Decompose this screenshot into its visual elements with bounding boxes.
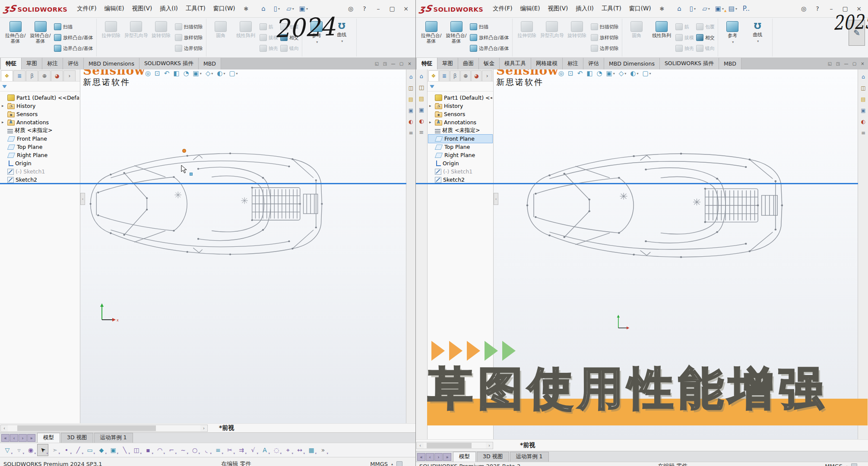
sweep-button[interactable]: 扫描 (469, 22, 510, 32)
tree-item[interactable]: Part1 (Default) <<Default>_ (428, 94, 492, 102)
tree-item[interactable]: Front Plane (1, 135, 79, 143)
commandmanager-tab[interactable]: 曲面 (458, 58, 479, 69)
tree-item[interactable]: Top Plane (1, 143, 79, 151)
tree-item[interactable]: Front Plane (428, 135, 492, 143)
horizontal-scrollbar[interactable]: ‹ › (0, 425, 208, 432)
zoom-fit-icon[interactable]: ◎ (558, 69, 564, 77)
more-tools-icon[interactable]: » (318, 444, 328, 456)
commandmanager-tab[interactable]: 模具工具 (500, 58, 531, 69)
zoom-icon[interactable]: ◌ (271, 444, 282, 456)
menu-item[interactable]: 窗口(W) (209, 5, 239, 13)
curves-button[interactable]: Ʊ曲线 (745, 19, 770, 43)
print-options-label[interactable]: P.. (739, 5, 753, 13)
new-document-icon[interactable]: ▯ (686, 5, 699, 13)
sketch-point[interactable] (190, 173, 193, 176)
linear-pattern-button[interactable]: 线性阵列 (649, 19, 674, 39)
scroll-left-icon[interactable]: ‹ (417, 442, 424, 449)
reference-geometry-button[interactable]: 参考 (720, 19, 745, 44)
commandmanager-tab[interactable]: MBD Dimensions (604, 58, 660, 69)
commandmanager-tab[interactable]: 标注 (563, 58, 583, 69)
appearances-icon[interactable]: ◐ (861, 119, 865, 125)
document-tab[interactable]: 3D 视图 (61, 433, 93, 443)
commandmanager-tab[interactable]: MBD Dimensions (84, 58, 139, 69)
menu-item[interactable]: 视图(V) (128, 5, 156, 13)
tree-item[interactable]: Origin (1, 159, 79, 167)
filter-funnel-icon[interactable] (430, 85, 434, 88)
commandmanager-tab[interactable]: 特征 (417, 58, 437, 69)
magnetic-lines-icon[interactable]: ◉ (25, 444, 36, 456)
polygon-icon[interactable]: ◆ (96, 444, 107, 456)
commandmanager-tab[interactable]: MBD (719, 58, 741, 69)
tree-item[interactable]: Top Plane (428, 143, 492, 151)
ellipse-icon[interactable]: ○ (190, 444, 200, 456)
boundary-button[interactable]: 边界凸台/基体 (53, 43, 94, 54)
tree-item[interactable]: Right Plane (1, 151, 79, 159)
section-view-icon[interactable]: ◧ (586, 69, 592, 77)
note-icon[interactable]: A (260, 444, 270, 456)
tree-item[interactable]: Sensors (428, 110, 492, 118)
dynamic-annotation-icon[interactable]: ◔ (183, 69, 189, 77)
view-palette-icon[interactable]: ▣ (861, 107, 865, 113)
first-model-tab-icon[interactable]: « (1, 434, 10, 442)
commandmanager-tab[interactable]: SOLIDWORKS 插件 (660, 58, 719, 69)
view-orientation-icon[interactable]: ▣ (606, 69, 615, 77)
filter-funnel-icon[interactable] (2, 85, 7, 88)
quick-snaps-icon[interactable]: ⌖ (283, 444, 293, 456)
spline-icon[interactable]: ∼ (178, 444, 188, 456)
corner-rectangle-icon[interactable]: ▭ (85, 444, 95, 456)
doc-window-icon[interactable]: ◱ (374, 61, 380, 66)
zoom-area-icon[interactable]: ⊡ (568, 69, 573, 77)
view-filter-icon[interactable]: ▽ (2, 444, 13, 456)
view-settings-icon[interactable]: ▢ (229, 69, 238, 77)
help-icon[interactable]: ? (358, 5, 371, 12)
help-icon[interactable]: ? (811, 5, 824, 12)
sketch-fillet-icon[interactable]: ◟ (201, 444, 212, 456)
open-document-icon[interactable]: ▱ (699, 5, 713, 13)
tree-item[interactable]: 材质 <未指定> (1, 126, 79, 135)
document-tab[interactable]: 模型 (37, 433, 60, 443)
previous-view-icon[interactable]: ↶ (577, 69, 583, 77)
appearances-icon[interactable]: ◐ (409, 119, 413, 125)
doc-restore-icon[interactable]: ▢ (398, 61, 405, 66)
dimxpertmanager-tab[interactable]: ⊕ (460, 70, 471, 81)
scrollbar-track[interactable] (424, 442, 486, 449)
custom-properties-icon[interactable]: ≡ (409, 130, 413, 136)
tree-item[interactable]: Sensors (1, 110, 79, 118)
scrollbar-thumb[interactable] (427, 443, 472, 448)
maximize-icon[interactable]: ▢ (385, 5, 399, 12)
display-style-icon[interactable]: ◇ (619, 69, 627, 77)
edit-appearance-icon[interactable]: ◐ (630, 69, 638, 77)
previous-view-icon[interactable]: ↶ (164, 69, 170, 77)
save-icon[interactable]: ▣ (297, 5, 310, 13)
units-selector[interactable]: MMGS (825, 463, 843, 466)
dynamic-annotation-icon[interactable]: ◔ (596, 69, 602, 77)
prev-model-tab-icon[interactable]: ‹ (426, 453, 434, 461)
scrollbar-thumb[interactable] (17, 425, 156, 431)
convert-entities-icon[interactable]: ⇉ (236, 444, 247, 456)
doc-window2-icon[interactable]: ◳ (382, 61, 388, 66)
panel-splitter-arrow[interactable]: ‹ (80, 193, 85, 205)
home-icon[interactable]: ⌂ (672, 5, 686, 13)
design-library-icon[interactable]: ◫ (409, 85, 413, 91)
doc-close-icon[interactable]: × (859, 61, 866, 66)
view-orientation-icon[interactable]: ▣ (193, 69, 202, 77)
close-icon[interactable]: × (399, 5, 413, 12)
extrude-boss-button[interactable]: 拉伸凸台/基体 (3, 19, 28, 44)
doc-minimize-icon[interactable]: — (843, 61, 849, 66)
centerline-icon[interactable]: ╲ (120, 444, 130, 456)
view-settings-icon[interactable]: ▢ (642, 69, 651, 77)
minimize-icon[interactable]: – (371, 5, 385, 12)
new-document-icon[interactable]: ▯ (270, 5, 283, 13)
custom-properties-icon[interactable]: ≡ (861, 130, 865, 136)
three-point-arc-icon[interactable]: ⌐ (166, 444, 177, 456)
tree-item[interactable]: Annotations (1, 118, 79, 126)
menu-item[interactable]: 文件(F) (73, 5, 100, 13)
revolve-boss-button[interactable]: 旋转凸台/基体 (444, 19, 469, 44)
scrollbar-track[interactable] (8, 425, 200, 431)
pin-icon[interactable]: ✱ (244, 6, 249, 12)
select-arrow-icon[interactable]: ➤ (37, 444, 48, 456)
loft-button[interactable]: 放样凸台/基体 (53, 32, 94, 43)
displaymanager-tab[interactable]: ◕ (471, 70, 482, 81)
commandmanager-tab[interactable]: 钣金 (479, 58, 500, 69)
document-tab[interactable]: 运动算例 1 (94, 433, 133, 443)
